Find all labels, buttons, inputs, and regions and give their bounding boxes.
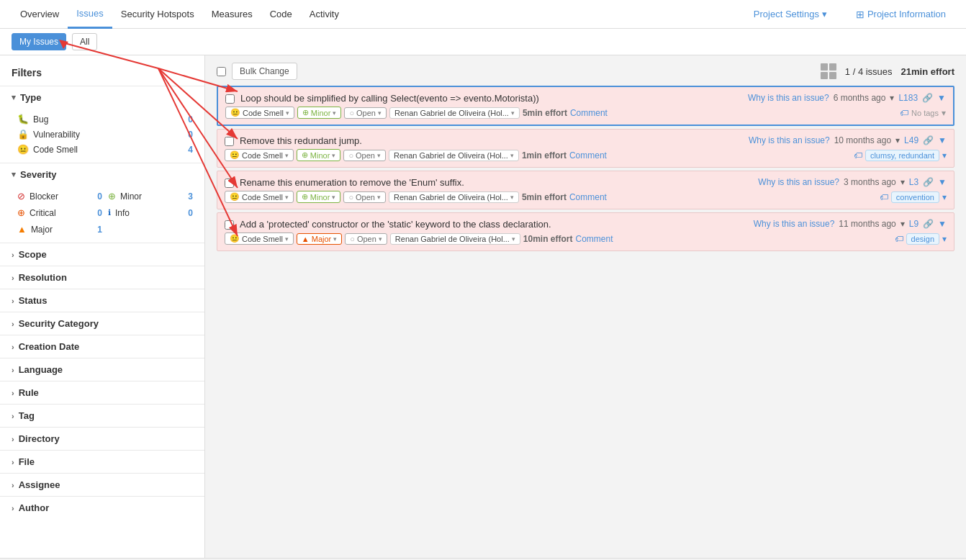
issue-tags-3: 😐 Code Smell ▾ ⊕ Minor ▾ ○ Open ▾ [225,191,607,203]
issue-status-pill-2[interactable]: ○ Open ▾ [343,150,386,161]
filter-type-header[interactable]: ▾ Type [0,86,204,109]
issue-checkbox-1[interactable] [225,94,235,104]
scope-arrow-icon: › [12,250,14,259]
issue-status-pill-3[interactable]: ○ Open ▾ [343,191,386,203]
nav-measures[interactable]: Measures [203,0,261,29]
filter-language-header[interactable]: › Language [0,358,204,381]
issue-assignee-pill-4[interactable]: Renan Gabriel de Oliveira (Hol... ▾ [390,233,520,245]
issue-left-2: Remove this redundant jump. [225,135,743,146]
issue-comment-3[interactable]: Comment [569,192,607,202]
issue-severity-pill-4[interactable]: ▲ Major ▾ [297,233,342,245]
issue-line-1: L183 [898,93,918,103]
issue-comment-4[interactable]: Comment [576,234,613,244]
issue-assignee-pill-3[interactable]: Renan Gabriel de Oliveira (Hol... ▾ [389,191,519,203]
issue-type-pill-2[interactable]: 😐 Code Smell ▾ [225,149,294,161]
codesmell-label[interactable]: Code Smell [33,145,78,155]
my-issues-button[interactable]: My Issues [12,33,66,50]
bug-label[interactable]: Bug [33,114,48,125]
issue-card-3[interactable]: Rename this enumeration to remove the 'E… [217,171,954,209]
issue-comment-1[interactable]: Comment [570,108,608,118]
project-settings-label: Project Settings [754,9,819,19]
major-icon: ▲ [17,224,27,235]
issue-top-1: Loop should be simplified by calling Sel… [225,93,946,104]
issues-count: 1 / 4 issues [845,66,893,77]
nav-security-hotspots[interactable]: Security Hotspots [112,0,203,29]
filter-assignee-header[interactable]: › Assignee [0,474,204,496]
status-arrow-1: ▾ [378,109,382,117]
filter-severity-header[interactable]: ▾ Severity [0,163,204,186]
issue-comment-2[interactable]: Comment [569,150,607,161]
filter-security-category-header[interactable]: › Security Category [0,312,204,335]
project-settings-link[interactable]: Project Settings ▾ [745,0,836,29]
minor-label[interactable]: Minor [120,191,142,202]
filter-tag-label: Tag [19,410,35,421]
filter-status-header[interactable]: › Status [0,289,204,312]
filter-file-header[interactable]: › File [0,451,204,473]
issue-checkbox-4[interactable] [225,220,234,230]
filter-assignee-section: › Assignee [0,473,204,496]
why-issue-link-4[interactable]: Why is this an issue? [754,219,835,229]
nav-overview[interactable]: Overview [12,0,68,29]
nav-code[interactable]: Code [261,0,301,29]
why-issue-link-1[interactable]: Why is this an issue? [748,93,829,103]
issue-tags-1: 😐 Code Smell ▾ ⊕ Minor ▾ ○ Open ▾ [225,107,608,119]
issue-checkbox-3[interactable] [225,179,234,188]
issue-effort-3: 5min effort [522,192,566,202]
bulk-change-button[interactable]: Bulk Change [232,63,297,80]
blocker-label[interactable]: Blocker [30,191,58,202]
tag-icon-1: 🏷 [900,108,908,118]
status-label-2: Open [356,151,375,160]
issue-severity-pill-1[interactable]: ⊕ Minor ▾ [297,107,342,119]
issue-line-2: L49 [904,135,918,145]
tags-chevron-2: ▾ [942,150,947,161]
project-information-link[interactable]: ⊞ Project Information [847,0,954,29]
issue-title-4: Add a 'protected' constructor or the 'st… [240,219,748,230]
issue-left-1: Loop should be simplified by calling Sel… [225,93,742,104]
filter-scope-section: › Scope [0,243,204,266]
issue-bottom-right-3: 🏷 convention ▾ [880,191,947,203]
issue-severity-pill-3[interactable]: ⊕ Minor ▾ [297,191,341,203]
blocker-icon: ⊘ [17,191,25,202]
filter-resolution-header[interactable]: › Resolution [0,266,204,289]
issue-type-pill-4[interactable]: 😐 Code Smell ▾ [225,232,294,245]
major-count: 1 [97,225,102,235]
why-issue-link-2[interactable]: Why is this an issue? [749,135,830,145]
vulnerability-label[interactable]: Vulnerability [33,130,80,140]
filter-security-category-label: Security Category [19,318,99,329]
status-label-4: Open [357,235,376,243]
critical-label[interactable]: Critical [30,208,56,218]
issue-age-1: 6 months ago [834,93,886,103]
assignee-label-2: Renan Gabriel de Oliveira (Hol... [394,151,508,160]
filter-directory-header[interactable]: › Directory [0,428,204,450]
issue-card-1[interactable]: Loop should be simplified by calling Sel… [217,86,954,126]
issue-status-pill-1[interactable]: ○ Open ▾ [344,107,387,119]
select-all-checkbox[interactable] [217,67,226,76]
filter-scope-header[interactable]: › Scope [0,243,204,266]
info-label[interactable]: Info [115,208,130,218]
major-label[interactable]: Major [31,225,53,235]
issue-severity-pill-2[interactable]: ⊕ Minor ▾ [297,149,341,161]
age-chevron-2: ▾ [895,135,900,145]
filter-tag-header[interactable]: › Tag [0,405,204,427]
issue-assignee-pill-1[interactable]: Renan Gabriel de Oliveira (Hol... ▾ [389,107,520,119]
issue-card-2[interactable]: Remove this redundant jump. Why is this … [217,129,954,168]
issue-type-pill-1[interactable]: 😐 Code Smell ▾ [225,107,294,119]
filter-icon-1: ▼ [937,93,946,103]
filter-author-header[interactable]: › Author [0,497,204,519]
issue-checkbox-2[interactable] [225,137,234,146]
project-info-label: Project Information [867,9,946,19]
filter-rule-header[interactable]: › Rule [0,381,204,404]
all-button[interactable]: All [72,33,97,50]
issue-age-2: 10 months ago [834,135,891,145]
severity-arrow-4: ▾ [333,235,337,243]
filter-creation-date-header[interactable]: › Creation Date [0,335,204,358]
nav-activity[interactable]: Activity [301,0,348,29]
issues-toolbar: Bulk Change 1 / 4 issues 21min effort [217,63,954,80]
issue-assignee-pill-2[interactable]: Renan Gabriel de Oliveira (Hol... ▾ [389,150,519,161]
issue-status-pill-4[interactable]: ○ Open ▾ [345,233,387,245]
filter-type-vulnerability: 🔒 Vulnerability 0 [17,127,193,142]
nav-issues[interactable]: Issues [68,0,112,29]
issue-type-pill-3[interactable]: 😐 Code Smell ▾ [225,191,294,203]
issue-card-4[interactable]: Add a 'protected' constructor or the 'st… [217,212,954,251]
why-issue-link-3[interactable]: Why is this an issue? [758,177,839,187]
